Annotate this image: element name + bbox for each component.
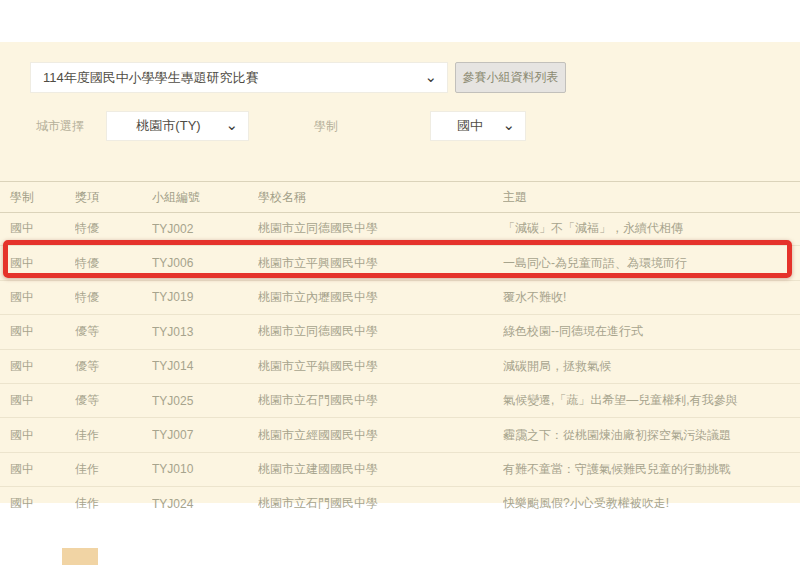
table-rows: 國中特優TYJ002桃園市立同德國民中學「減碳」不「減福」，永續代相傳國中特優T… [0,212,800,521]
cell-award: 佳作 [75,427,152,444]
chevron-down-icon: ⌄ [502,117,515,132]
cell-group: TYJ007 [152,428,258,442]
chevron-down-icon: ⌄ [424,68,437,83]
cell-award: 佳作 [75,461,152,478]
column-header-level: 學制 [0,189,75,206]
cell-school: 桃園市立內壢國民中學 [258,289,503,306]
city-select[interactable]: 桃園市(TY) ⌄ [106,111,249,141]
cell-level: 國中 [0,358,75,375]
cell-topic: 有難不童當：守護氣候難民兒童的行動挑戰 [503,461,800,478]
cell-group: TYJ019 [152,290,258,304]
table-row[interactable]: 國中特優TYJ006桃園市立平興國民中學一島同心-為兒童而語、為環境而行 [0,246,800,280]
cell-level: 國中 [0,289,75,306]
level-select[interactable]: 國中 ⌄ [430,111,526,141]
cell-award: 特優 [75,220,152,237]
cell-level: 國中 [0,427,75,444]
cell-school: 桃園市立平鎮國民中學 [258,358,503,375]
cell-level: 國中 [0,495,75,512]
cell-group: TYJ024 [152,497,258,511]
city-select-value: 桃園市(TY) [136,117,200,135]
cell-topic: 綠色校園--同德現在進行式 [503,323,800,340]
cell-level: 國中 [0,255,75,272]
cell-group: TYJ010 [152,462,258,476]
cell-school: 桃園市立同德國民中學 [258,220,503,237]
table-row[interactable]: 國中佳作TYJ010桃園市立建國國民中學有難不童當：守護氣候難民兒童的行動挑戰 [0,453,800,487]
cell-school: 桃園市立經國國民中學 [258,427,503,444]
cell-group: TYJ002 [152,222,258,236]
cell-school: 桃園市立建國國民中學 [258,461,503,478]
cell-award: 優等 [75,392,152,409]
cell-group: TYJ013 [152,325,258,339]
table-row[interactable]: 國中特優TYJ019桃園市立內壢國民中學覆水不難收! [0,281,800,315]
table-row[interactable]: 國中特優TYJ002桃園市立同德國民中學「減碳」不「減福」，永續代相傳 [0,212,800,246]
competition-select-value: 114年度國民中小學學生專題研究比賽 [43,69,259,87]
column-header-topic: 主題 [503,189,800,206]
level-select-label: 學制 [314,111,338,141]
competition-select[interactable]: 114年度國民中小學學生專題研究比賽 ⌄ [30,62,448,93]
table-row[interactable]: 國中佳作TYJ007桃園市立經國國民中學霾靄之下：從桃園煉油廠初探空氣污染議題 [0,418,800,452]
cell-award: 佳作 [75,495,152,512]
table-row[interactable]: 國中佳作TYJ024桃園市立石門國民中學快樂颱風假?小心受教權被吹走! [0,487,800,520]
cell-award: 特優 [75,255,152,272]
column-header-school: 學校名稱 [258,189,503,206]
cell-topic: 一島同心-為兒童而語、為環境而行 [503,255,800,272]
cell-award: 優等 [75,358,152,375]
table-row[interactable]: 國中優等TYJ025桃園市立石門國民中學氣候變遷,「蔬」出希望—兒童權利,有我參… [0,384,800,418]
cell-topic: 「減碳」不「減福」，永續代相傳 [503,220,800,237]
cell-topic: 減碳開局，拯救氣候 [503,358,800,375]
cell-award: 特優 [75,289,152,306]
table-header: 學制 獎項 小組編號 學校名稱 主題 [0,181,800,213]
level-select-value: 國中 [457,117,483,135]
group-list-button[interactable]: 參賽小組資料列表 [455,62,566,93]
column-header-group: 小組編號 [152,189,258,206]
cell-group: TYJ025 [152,394,258,408]
cell-level: 國中 [0,220,75,237]
cell-topic: 氣候變遷,「蔬」出希望—兒童權利,有我參與 [503,392,800,409]
cell-group: TYJ014 [152,359,258,373]
scroll-corner-fragment [62,548,98,565]
cell-school: 桃園市立同德國民中學 [258,323,503,340]
cell-topic: 覆水不難收! [503,289,800,306]
cell-topic: 快樂颱風假?小心受教權被吹走! [503,495,800,512]
group-list-button-label: 參賽小組資料列表 [463,69,559,86]
table-row[interactable]: 國中優等TYJ014桃園市立平鎮國民中學減碳開局，拯救氣候 [0,350,800,384]
column-header-award: 獎項 [75,189,152,206]
cell-topic: 霾靄之下：從桃園煉油廠初探空氣污染議題 [503,427,800,444]
table-row[interactable]: 國中優等TYJ013桃園市立同德國民中學綠色校園--同德現在進行式 [0,315,800,349]
cell-level: 國中 [0,392,75,409]
cell-school: 桃園市立石門國民中學 [258,495,503,512]
cell-award: 優等 [75,323,152,340]
cell-school: 桃園市立平興國民中學 [258,255,503,272]
chevron-down-icon: ⌄ [225,117,238,132]
city-select-label: 城市選擇 [36,111,84,141]
cell-level: 國中 [0,323,75,340]
cell-level: 國中 [0,461,75,478]
cell-school: 桃園市立石門國民中學 [258,392,503,409]
cell-group: TYJ006 [152,256,258,270]
